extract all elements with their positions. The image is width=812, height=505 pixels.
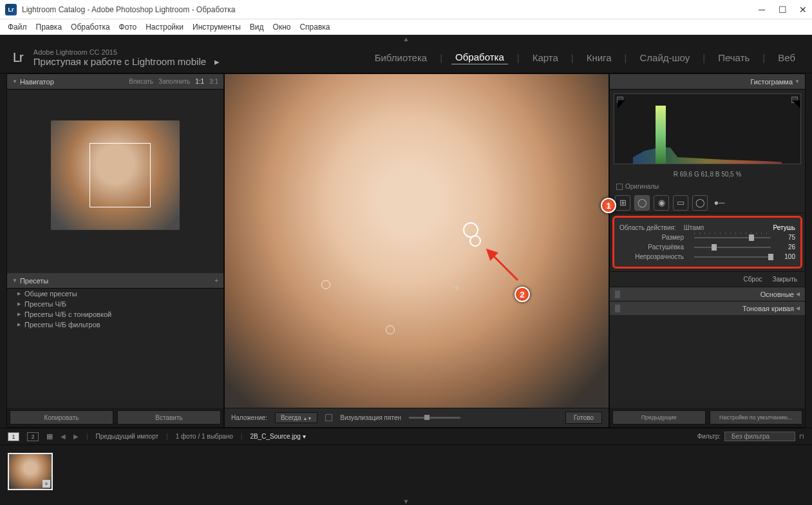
- menu-view[interactable]: Вид: [250, 23, 264, 32]
- navigator-header[interactable]: ▼ Навигатор Вписать Заполнить 1:1 3:1: [7, 74, 223, 90]
- graduated-filter-tool[interactable]: ▭: [673, 195, 688, 211]
- spot-removal-tool[interactable]: ◯: [634, 195, 650, 211]
- opacity-slider[interactable]: [694, 256, 771, 258]
- originals-row[interactable]: Оригиналы: [610, 180, 805, 193]
- previous-button[interactable]: Предыдущие: [612, 410, 706, 424]
- module-develop[interactable]: Обработка: [451, 52, 508, 64]
- heal-spot[interactable]: [386, 325, 395, 334]
- radial-filter-tool[interactable]: ◯: [692, 195, 708, 211]
- reset-button[interactable]: Сброс: [743, 276, 762, 283]
- current-filename[interactable]: 2B_C_Source.jpg ▾: [250, 433, 305, 440]
- heal-spot[interactable]: [321, 280, 330, 289]
- cursor-crosshair-icon: ✛: [453, 283, 460, 292]
- area-label: Область действия:: [619, 224, 676, 231]
- filter-lock-icon[interactable]: ⊓: [799, 433, 804, 440]
- module-slideshow[interactable]: Слайд-шоу: [636, 52, 694, 63]
- module-book[interactable]: Книга: [583, 52, 616, 63]
- tool-strip: ⊞ ◯ ◉ ▭ ◯ ●─: [610, 193, 805, 213]
- nav-3-1[interactable]: 3:1: [209, 78, 218, 85]
- shadow-clip-indicator[interactable]: ◤: [617, 97, 623, 103]
- close-panel-button[interactable]: Закрыть: [772, 276, 797, 283]
- nav-fill[interactable]: Заполнить: [158, 78, 190, 85]
- feather-label: Растушёвка: [619, 243, 684, 251]
- window-titlebar: Lr Lightroom Catalog - Adobe Photoshop L…: [0, 0, 812, 19]
- maximize-button[interactable]: ☐: [779, 6, 786, 14]
- mode-clone[interactable]: Штамп: [684, 224, 704, 231]
- opacity-value: 100: [776, 253, 795, 260]
- opacity-label: Непрозрачность: [619, 253, 684, 260]
- add-preset-button[interactable]: +: [214, 277, 218, 284]
- menu-settings[interactable]: Настройки: [146, 23, 184, 32]
- tone-curve-panel-header[interactable]: Тоновая кривая ◀: [610, 301, 805, 315]
- menu-develop[interactable]: Обработка: [71, 23, 110, 32]
- done-button[interactable]: Готово: [565, 412, 602, 424]
- navigator-preview[interactable]: [7, 90, 223, 260]
- screen-2[interactable]: 2: [27, 432, 39, 441]
- develop-toolbar: Наложение: Всегда ▲▼ Визуализация пятен …: [225, 408, 609, 427]
- menu-window[interactable]: Окно: [273, 23, 291, 32]
- visualize-spots-checkbox[interactable]: [325, 414, 332, 421]
- visualize-spots-slider[interactable]: [409, 417, 460, 419]
- overlay-label: Наложение:: [231, 414, 267, 421]
- lightroom-mobile-link[interactable]: Приступая к работе с Lightroom mobile ▸: [33, 56, 220, 68]
- module-print[interactable]: Печать: [714, 52, 753, 63]
- spot-removal-panel: Область действия: Штамп Ретушь Размер 75…: [612, 216, 802, 269]
- filter-dropdown[interactable]: Без фильтра: [724, 432, 795, 441]
- highlight-clip-indicator[interactable]: ◥: [791, 97, 798, 103]
- menu-bar: Файл Правка Обработка Фото Настройки Инс…: [0, 19, 812, 35]
- minimize-button[interactable]: ─: [758, 6, 766, 14]
- nav-fit[interactable]: Вписать: [129, 78, 153, 85]
- menu-tools[interactable]: Инструменты: [193, 23, 241, 32]
- size-slider[interactable]: [694, 237, 771, 238]
- filmstrip-thumbnail[interactable]: ±: [8, 453, 53, 490]
- preset-folder[interactable]: ▶Пресеты Ч/Б с тонировкой: [7, 309, 223, 319]
- histogram-display[interactable]: ◤ ◥: [614, 93, 801, 164]
- preset-folder[interactable]: ▶Общие пресеты: [7, 289, 223, 299]
- copy-button[interactable]: Копировать: [10, 410, 113, 424]
- annotation-badge-2: 2: [515, 287, 530, 302]
- preset-folder[interactable]: ▶Пресеты Ч/Б фильтров: [7, 319, 223, 330]
- next-arrow[interactable]: ▶: [73, 433, 79, 440]
- module-web[interactable]: Веб: [774, 52, 799, 63]
- center-panel: ✛ 2 Наложение: Всегда ▲▼ Визуализация пя…: [224, 73, 609, 428]
- menu-file[interactable]: Файл: [8, 23, 27, 32]
- menu-help[interactable]: Справка: [299, 23, 330, 32]
- redeye-tool[interactable]: ◉: [654, 195, 669, 211]
- paste-button[interactable]: Вставить: [117, 410, 221, 424]
- size-value: 75: [776, 234, 795, 241]
- annotation-badge-1: 1: [601, 198, 616, 213]
- top-panel-toggle[interactable]: ▲: [0, 35, 812, 43]
- grid-icon[interactable]: ▦: [46, 432, 53, 441]
- menu-photo[interactable]: Фото: [119, 23, 137, 32]
- filmstrip: 1 2 ▦ ◀ ▶ | Предыдущий импорт | 1 фото /…: [0, 428, 812, 505]
- mode-heal[interactable]: Ретушь: [773, 224, 795, 231]
- lr-logo: Lr: [13, 50, 23, 65]
- photo-count: 1 фото / 1 выбрано: [176, 433, 233, 440]
- left-edge-toggle[interactable]: [0, 73, 6, 428]
- heal-spot-target[interactable]: [469, 235, 481, 247]
- right-edge-toggle[interactable]: [806, 73, 812, 428]
- svg-line-0: [487, 250, 518, 280]
- nav-1-1[interactable]: 1:1: [195, 78, 204, 85]
- module-map[interactable]: Карта: [529, 52, 562, 63]
- defaults-button[interactable]: Настройки по умолчанию...: [710, 410, 803, 424]
- module-library[interactable]: Библиотека: [371, 52, 431, 63]
- feather-slider[interactable]: [694, 247, 771, 248]
- presets-header[interactable]: ▼ Пресеты +: [7, 273, 223, 289]
- source-label[interactable]: Предыдущий импорт: [96, 433, 159, 440]
- brush-tool[interactable]: ●─: [712, 195, 727, 211]
- menu-edit[interactable]: Правка: [36, 23, 62, 32]
- prev-arrow[interactable]: ◀: [61, 433, 66, 440]
- annotation-arrow: [482, 245, 521, 283]
- preset-folder[interactable]: ▶Пресеты Ч/Б: [7, 299, 223, 309]
- main-image-canvas[interactable]: ✛ 2: [225, 74, 609, 408]
- navigator-crop-frame[interactable]: [90, 143, 151, 207]
- module-header: Lr Adobe Lightroom CC 2015 Приступая к р…: [0, 43, 812, 73]
- screen-1[interactable]: 1: [8, 432, 19, 441]
- bottom-panel-toggle[interactable]: ▼: [0, 497, 812, 505]
- basic-panel-header[interactable]: Основные ◀: [610, 287, 805, 301]
- crop-tool[interactable]: ⊞: [615, 195, 630, 211]
- histogram-header[interactable]: Гистограмма ▼: [610, 74, 805, 90]
- close-button[interactable]: ✕: [799, 6, 807, 14]
- overlay-dropdown[interactable]: Всегда ▲▼: [275, 412, 317, 423]
